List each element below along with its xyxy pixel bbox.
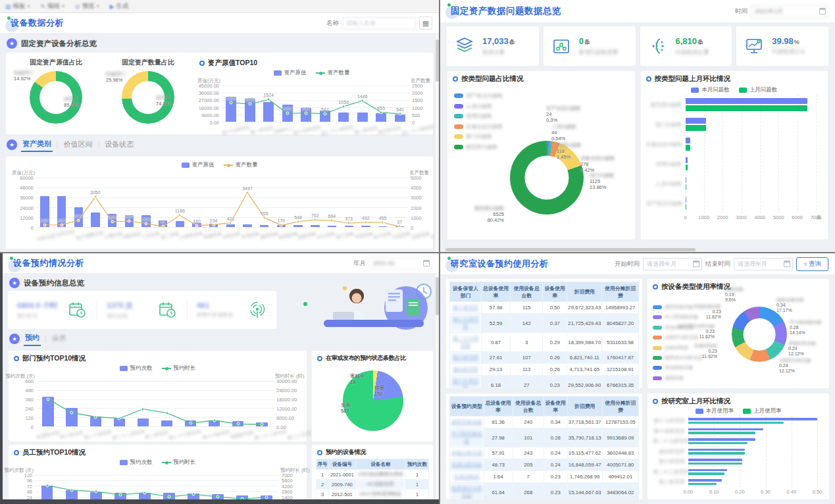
tab-reservation[interactable]: 预约 — [24, 331, 41, 346]
table-row[interactable]: 12021-00012D扫描成像测头系统1 — [316, 470, 429, 480]
category-label: 运输设备 — [411, 232, 430, 239]
table-row[interactable]: 第二十六研究室0.8730.2918,399,984.705311633.98 — [450, 333, 639, 352]
data-label: 548 — [294, 215, 302, 220]
data-label: 664 — [328, 214, 336, 218]
table-cell: 2021-0001 — [328, 470, 355, 480]
donut-title: 固定资产数量占比 — [102, 55, 194, 67]
axis-tick: 36000 — [20, 195, 34, 201]
table-row[interactable]: 其他分析仪器57.912430.2415,115,477.623602448.8… — [450, 447, 639, 459]
calendar-icon[interactable] — [784, 261, 790, 267]
line-point — [93, 195, 97, 199]
table-row[interactable]: 22009-740AC试验装置1 — [316, 480, 429, 490]
table-row[interactable]: 中小型实验设备27.981010.2835,790,718.139913689.… — [450, 428, 639, 447]
table-cell: 16,848,059.47 — [567, 459, 602, 471]
vertical-scrollbar[interactable] — [434, 34, 439, 252]
query-button[interactable]: ↑↓查询 — [796, 257, 828, 271]
table-row[interactable]: 第六研究室27.611070.266,821,740.111760417.87 — [450, 352, 639, 364]
toolbar-edit-button[interactable]: ✎编辑▾ — [41, 2, 65, 11]
bar-this-month — [686, 197, 686, 203]
search-grid-icon[interactable]: ▦ — [419, 16, 432, 30]
box-nodes-icon — [550, 35, 572, 57]
name-filter-input[interactable] — [342, 17, 416, 30]
tab-maintenance[interactable]: 保养 — [51, 332, 68, 345]
ring-icon — [653, 399, 658, 404]
category-label: 印刷设备 — [392, 232, 411, 239]
data-label: 955 — [261, 211, 268, 216]
tab-value-range[interactable]: 价值区间 — [63, 138, 94, 151]
legend-item: 中小型实验设备 — [653, 314, 703, 320]
category-label: 电工设备 — [161, 232, 180, 239]
chart-legend: 资产原值资产数量 — [10, 161, 429, 170]
scrollbar-thumb[interactable] — [436, 39, 439, 82]
column-header: 预约次数 — [406, 459, 429, 470]
table-cell: 0.29 — [543, 333, 567, 352]
play-icon: ▶ — [110, 3, 114, 10]
data-label: 3497 — [242, 186, 253, 191]
bar-this-month — [686, 177, 686, 183]
table-row[interactable]: 物质成分分析仪器61.642680.2315,144,667.633483064… — [450, 483, 639, 501]
line-point — [347, 222, 351, 225]
line-point — [286, 112, 289, 115]
category-label: 人员问题数 — [646, 180, 686, 188]
axis-tick: 9000.00 — [201, 113, 219, 118]
chart-title: 员工预约TOP10情况 — [22, 448, 86, 457]
vertical-scrollbar[interactable] — [434, 273, 439, 499]
asset-value-donut — [30, 71, 82, 124]
data-label: 1446 — [357, 94, 368, 99]
scrollbar-thumb[interactable] — [436, 277, 439, 315]
reserved-devices-card: 预约的设备情况 序号设备编号设备名称预约次数12021-00012D扫描成像测头… — [311, 444, 434, 504]
table-cell: 15,144,667.63 — [567, 483, 602, 501]
chevron-down-icon: ▾ — [62, 3, 64, 9]
bar-last-month — [688, 442, 747, 445]
toolbar-generate-button[interactable]: ▶生成 — [110, 2, 129, 11]
line-point — [267, 98, 270, 101]
employee-top10-card: 员工预约TOP10情况 预约次数预约时长预约次数 (次)120967248240… — [8, 444, 307, 504]
table-cell: 107 — [511, 352, 543, 364]
horizontal-scrollbar[interactable] — [445, 248, 696, 251]
bar-last-month — [686, 145, 691, 151]
calendar-icon[interactable] — [819, 8, 826, 14]
stat-label: 问题数据总量 — [676, 49, 709, 57]
layers-icon — [453, 35, 476, 57]
table-row[interactable]: 第十五研究室6.18270.2329,552,906.906766315.35 — [450, 376, 639, 390]
table-row[interactable]: 第十九研究室52.591420.3721,725,429.438045827.2… — [450, 314, 639, 333]
tab-device-status[interactable]: 设备状态 — [103, 138, 135, 151]
table-row[interactable]: 光谱分析仪器48.732050.2416,848,059.474005071.8… — [450, 459, 639, 471]
table-cell: 4,713,741.65 — [567, 364, 602, 376]
time-filter-input[interactable] — [751, 5, 828, 18]
category-label: 办公设备 — [316, 232, 336, 239]
table-cell: 3 — [511, 333, 543, 352]
axis-tick: 60000 — [20, 175, 34, 181]
category-label: 资产状态问题数 — [646, 200, 686, 207]
table-row[interactable]: 32012-501DD小型角度调整器1 — [316, 490, 429, 499]
star-icon: ★ — [9, 278, 20, 288]
bar-this-month — [686, 118, 707, 124]
toolbar-template-button[interactable]: ▤模板▾ — [5, 2, 30, 11]
table-row[interactable]: 第十研究室57.981150.5029,672,323.4314958993.2… — [450, 302, 639, 314]
chart-legend: 预约次数预约时长 — [13, 458, 303, 467]
legend-item: 资产状态问题数 — [454, 92, 503, 99]
table-cell: 0.26 — [543, 364, 567, 376]
column-header: 使用分摊折旧费 — [602, 397, 638, 416]
toolbar-preview-button[interactable]: ⊙预览▾ — [75, 2, 99, 11]
data-label: 51 — [161, 220, 166, 224]
slice-label: 光电学分析仪器0.2412.12% — [779, 358, 811, 374]
tab-asset-category[interactable]: 资产类别 — [21, 137, 53, 152]
table-row[interactable]: 微型实验设备81.362400.3437,718,561.3712787153.… — [450, 416, 639, 428]
axis-tick: 45000.00 — [199, 83, 219, 89]
table-row[interactable]: 测试研究室29.131130.264,713,741.651215108.91 — [450, 364, 639, 376]
data-label: 225 — [58, 218, 66, 223]
ring-icon — [199, 61, 205, 66]
calendar-icon[interactable] — [693, 261, 699, 267]
legend-item: 人员问题数 — [454, 103, 503, 110]
chart-title: 按类型问题上月环比情况 — [655, 74, 731, 84]
table-cell: 2012-501 — [328, 490, 355, 499]
category-label: 设备信息问题数 — [646, 141, 686, 148]
calendar-icon[interactable] — [423, 260, 430, 266]
line-point — [330, 219, 334, 222]
table-cell: 1.64 — [484, 471, 513, 483]
pencil-icon: ✎ — [41, 3, 46, 10]
table-cell: 0.34 — [544, 416, 567, 428]
table-row[interactable]: 仪表控制类1.6470.231,746,268.96409412.01 — [450, 471, 639, 483]
star-icon: ★ — [7, 38, 17, 49]
